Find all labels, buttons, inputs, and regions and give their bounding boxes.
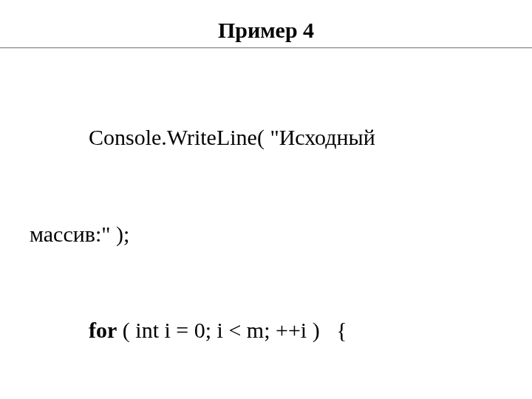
title-divider	[0, 47, 532, 48]
code-line-2: for ( int i = 0; i < m; ++i ) {	[30, 314, 502, 347]
code-block: Console.WriteLine( "Исходный массив:" );…	[30, 57, 502, 399]
slide-title: Пример 4	[30, 18, 502, 43]
slide: Пример 4 Console.WriteLine( "Исходный ма…	[0, 0, 532, 399]
code-line-2-rest: ( int i = 0; i < m; ++i ) {	[117, 318, 347, 342]
code-line-1a: Console.WriteLine( "Исходный	[30, 121, 502, 154]
keyword-for-outer: for	[89, 318, 117, 342]
code-line-1b: массив:" );	[30, 218, 502, 250]
